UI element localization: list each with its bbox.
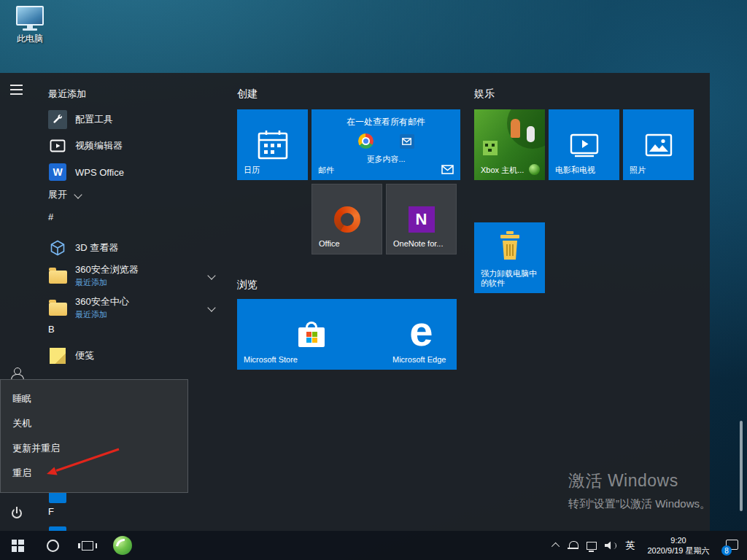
xbox-art-creeper [483,141,498,155]
app-item-partially-hidden[interactable] [45,522,226,531]
tile-label: Microsoft Edge [392,355,446,365]
app-item-label: 视频编辑器 [75,139,123,152]
search-button[interactable] [35,531,70,560]
clock-time: 9:20 [640,535,716,545]
speaker-icon [605,541,616,550]
app-item-3d-viewer[interactable]: 3D 查看器 [45,235,226,261]
app-item-label: 360安全中心 [75,295,129,308]
section-header-f[interactable]: F [48,506,54,517]
action-center-button[interactable]: 8 [716,531,747,560]
3d-cube-icon [48,238,67,257]
ime-indicator[interactable]: 英 [620,531,640,560]
taskbar: 英 9:20 2020/9/19 星期六 8 [0,531,747,560]
envelope-icon [441,165,454,174]
tile-xbox[interactable]: Xbox 主机... [474,109,545,180]
clock-date: 2020/9/19 星期六 [640,545,716,556]
tile-group-browse[interactable]: 浏览 [237,279,258,292]
this-pc-icon [16,6,44,31]
tile-label: 强力卸载电脑中的软件 [481,269,541,288]
menu-expand-button[interactable] [10,85,25,98]
power-menu-restart[interactable]: 重启 [1,461,187,486]
system-tray: 英 9:20 2020/9/19 星期六 8 [549,531,747,560]
task-view-icon [82,541,93,551]
tile-mail[interactable]: 在一处查看所有邮件 更多内容... 邮件 [311,109,460,180]
taskbar-clock[interactable]: 9:20 2020/9/19 星期六 [640,535,716,556]
tray-network-button[interactable] [582,531,601,560]
app-icon [48,526,67,531]
tile-label: 日历 [244,166,260,175]
app-item-subtitle: 最近添加 [75,277,139,288]
tray-bell-button[interactable] [565,531,582,560]
tile-microsoft-edge[interactable]: e Microsoft Edge [386,299,457,370]
ime-label: 英 [626,539,635,552]
app-item-360-browser[interactable]: 360安全浏览器 最近添加 [45,260,226,292]
recent-added-header: 最近添加 [48,88,86,101]
tile-movies-tv[interactable]: 电影和电视 [549,109,619,180]
onenote-letter: N [409,206,435,233]
expand-button[interactable]: 展开 [45,185,226,204]
notification-badge: 8 [721,545,732,556]
sticky-note-icon [48,346,67,365]
power-menu-update-restart[interactable]: 更新并重启 [1,436,187,461]
bell-icon [569,541,578,550]
edge-letter: e [409,310,433,352]
taskbar-app-360-browser[interactable] [105,531,140,560]
cortana-circle-icon [47,540,59,552]
tile-onenote[interactable]: N OneNote for... [386,184,457,254]
chevron-down-icon[interactable] [207,271,215,279]
tile-microsoft-store[interactable]: Microsoft Store [237,299,386,370]
tile-label: OneNote for... [393,239,443,249]
task-view-button[interactable] [70,531,105,560]
tray-volume-button[interactable] [601,531,620,560]
power-button[interactable] [10,507,23,520]
tile-label: 电影和电视 [555,166,595,175]
power-menu-shutdown[interactable]: 关机 [1,411,187,436]
360-browser-icon [113,536,132,555]
app-item-wps-office[interactable]: W WPS Office [45,159,226,185]
tile-office[interactable]: Office [311,184,382,254]
app-item-label: 3D 查看器 [75,241,118,254]
tile-label: Xbox 主机... [481,166,524,175]
tile-group-create[interactable]: 创建 [237,88,258,101]
power-icon [10,507,23,520]
app-item-sticky-notes[interactable]: 便笺 [45,343,226,369]
expand-label: 展开 [48,188,67,201]
chevron-down-icon[interactable] [207,303,215,311]
section-header-b[interactable]: B [48,324,55,335]
tile-photos[interactable]: 照片 [623,109,694,180]
outlook-icon [400,134,414,149]
power-menu-sleep[interactable]: 睡眠 [1,386,187,411]
app-item-360-center[interactable]: 360安全中心 最近添加 [45,292,226,324]
wrench-icon [48,110,67,129]
mail-headline: 在一处查看所有邮件 [311,116,460,128]
xbox-sphere-icon [529,164,540,175]
chevron-down-icon [74,190,82,198]
wps-letter: W [49,163,66,181]
start-button[interactable] [0,531,35,560]
mail-more-text: 更多内容... [311,154,460,165]
tile-label: 邮件 [318,166,334,175]
app-item-label: WPS Office [75,167,124,178]
xbox-art-figure [511,119,520,138]
folder-icon [48,298,67,317]
folder-icon [48,266,67,285]
chrome-icon [358,133,374,149]
power-flyout-menu: 睡眠 关机 更新并重启 重启 [0,379,188,493]
network-icon [587,542,597,550]
windows-logo-icon [12,540,24,552]
tray-expand-button[interactable] [549,531,565,560]
app-item-video-editor[interactable]: 视频编辑器 [45,133,226,159]
tile-group-entertainment[interactable]: 娱乐 [474,88,495,101]
this-pc-label: 此电脑 [17,33,43,45]
wps-icon: W [48,163,67,182]
desktop-icon-this-pc[interactable]: 此电脑 [9,6,51,45]
app-item-label: 便笺 [75,349,94,362]
tile-calendar[interactable]: 日历 [237,109,308,180]
scrollbar-thumb[interactable] [740,421,743,511]
app-item-label: 360安全浏览器 [75,263,139,276]
xbox-art-figure [527,126,535,142]
tile-uninstaller[interactable]: 强力卸载电脑中的软件 [474,222,545,293]
app-item-config-tool[interactable]: 配置工具 [45,106,226,133]
app-item-subtitle: 最近添加 [75,309,129,320]
section-header-hash[interactable]: # [48,211,53,222]
